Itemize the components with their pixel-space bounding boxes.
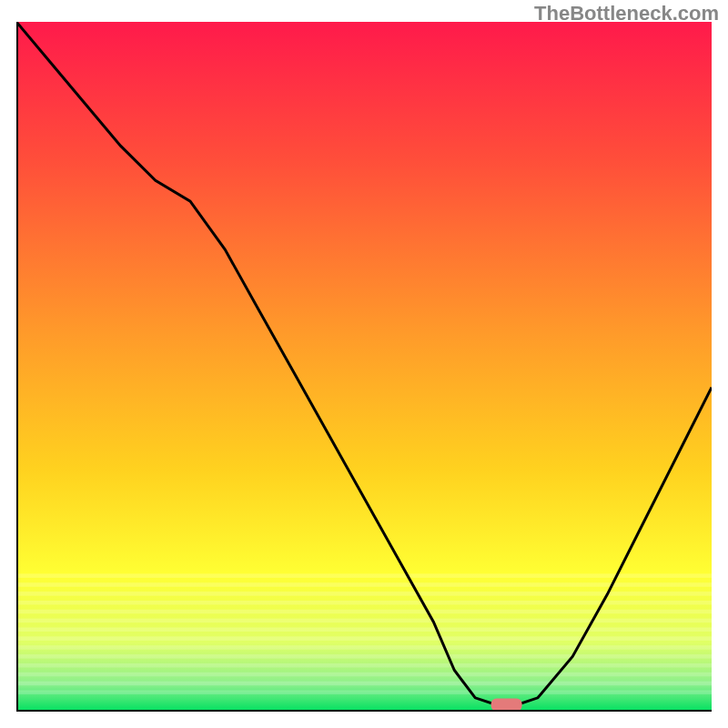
optimal-marker [491, 698, 522, 711]
svg-rect-10 [16, 663, 712, 668]
svg-rect-8 [16, 645, 712, 650]
svg-rect-13 [16, 691, 712, 695]
svg-rect-6 [16, 628, 712, 632]
svg-rect-9 [16, 654, 712, 659]
svg-rect-0 [16, 573, 712, 578]
chart-svg [16, 22, 712, 712]
svg-rect-3 [16, 601, 712, 605]
watermark-text: TheBottleneck.com [534, 2, 719, 25]
svg-rect-7 [16, 636, 712, 641]
svg-rect-1 [16, 582, 712, 587]
gradient-background [16, 22, 712, 712]
svg-rect-5 [16, 619, 712, 623]
plot-frame [16, 22, 712, 712]
svg-rect-4 [16, 610, 712, 614]
chart-container: TheBottleneck.com [0, 0, 728, 728]
svg-rect-11 [16, 672, 712, 677]
svg-rect-12 [16, 682, 712, 686]
